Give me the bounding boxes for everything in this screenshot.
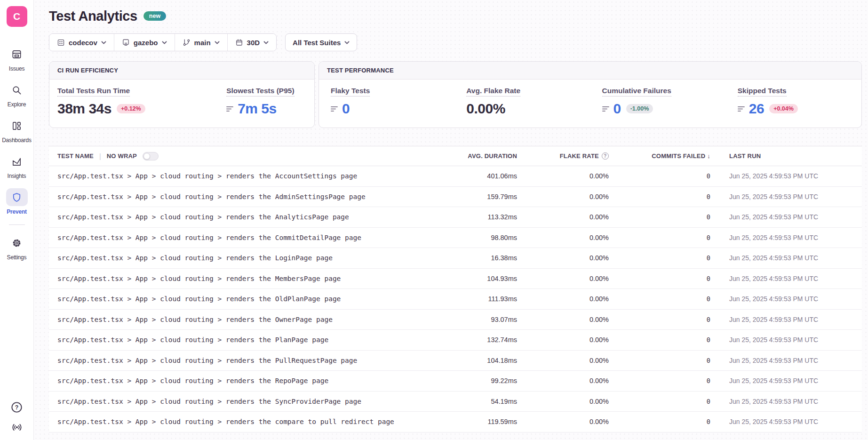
test-name-cell: src/App.test.tsx > App > cloud routing >…: [49, 357, 451, 364]
commits-failed-cell: 0: [623, 377, 725, 384]
flake-rate-cell: 0.00%: [531, 172, 623, 180]
stat-value-row: 26 +0.04%: [738, 101, 861, 117]
flake-rate-cell: 0.00%: [531, 316, 623, 323]
commits-failed-cell: 0: [623, 234, 725, 241]
table-body: src/App.test.tsx > App > cloud routing >…: [49, 166, 862, 432]
sidebar-item-label: Explore: [8, 101, 26, 108]
calendar-icon: [235, 39, 243, 47]
branch-filter-label: main: [194, 39, 211, 47]
table-row: src/App.test.tsx > App > cloud routing >…: [49, 412, 862, 432]
filter-funnel-icon: [602, 106, 609, 112]
info-icon[interactable]: ?: [602, 152, 609, 160]
sidebar-item-label: Insights: [8, 173, 26, 179]
sidebar-item-prevent[interactable]: Prevent: [0, 184, 33, 220]
column-header-avg-duration[interactable]: AVG. DURATION: [451, 152, 531, 160]
org-filter[interactable]: codecov: [49, 34, 114, 51]
stat-label[interactable]: Cumulative Failures: [602, 87, 671, 96]
column-header-flake-rate[interactable]: FLAKE RATE ?: [531, 152, 623, 160]
stat-slowest-tests: Slowest Tests (P95) 7m 5s: [191, 87, 314, 117]
last-run-cell: Jun 25, 2025 4:59:53 PM UTC: [725, 193, 862, 200]
table-row: src/App.test.tsx > App > cloud routing >…: [49, 371, 862, 392]
sidebar-item-insights[interactable]: Insights: [0, 148, 33, 184]
column-header-commits-failed[interactable]: COMMITS FAILED ↓: [623, 152, 725, 160]
avg-duration-cell: 113.32ms: [451, 213, 531, 221]
date-range-label: 30D: [247, 39, 260, 47]
test-name-cell: src/App.test.tsx > App > cloud routing >…: [49, 377, 451, 384]
table-row: src/App.test.tsx > App > cloud routing >…: [49, 166, 862, 187]
avg-duration-cell: 104.18ms: [451, 357, 531, 364]
avg-duration-cell: 16.38ms: [451, 254, 531, 262]
repo-icon: [122, 39, 130, 47]
flake-rate-cell: 0.00%: [531, 418, 623, 425]
stat-label[interactable]: Skipped Tests: [738, 87, 787, 96]
commits-failed-cell: 0: [623, 336, 725, 344]
new-badge: new: [143, 11, 166, 21]
commits-failed-cell: 0: [623, 193, 725, 200]
test-name-cell: src/App.test.tsx > App > cloud routing >…: [49, 418, 451, 425]
delta-badge: +0.12%: [117, 104, 145, 114]
table-row: src/App.test.tsx > App > cloud routing >…: [49, 269, 862, 289]
commits-failed-label: COMMITS FAILED: [652, 152, 705, 160]
org-filter-label: codecov: [69, 39, 97, 47]
commits-failed-cell: 0: [623, 172, 725, 180]
card-title: CI RUN EFFICIENCY: [49, 62, 314, 80]
test-name-cell: src/App.test.tsx > App > cloud routing >…: [49, 213, 451, 221]
stat-avg-flake-rate: Avg. Flake Rate 0.00%: [454, 87, 590, 117]
sidebar-item-explore[interactable]: Explore: [0, 77, 33, 112]
page-title: Test Analytics: [49, 8, 137, 24]
test-name-label: TEST NAME: [57, 152, 94, 160]
stat-flaky-tests: Flaky Tests 0: [319, 87, 454, 117]
sidebar-item-label: Issues: [9, 65, 24, 72]
chevron-down-icon: [344, 41, 350, 44]
test-name-cell: src/App.test.tsx > App > cloud routing >…: [49, 275, 451, 282]
commits-failed-cell: 0: [623, 357, 725, 364]
stat-value-row: 0.00%: [466, 101, 590, 117]
sidebar-item-settings[interactable]: Settings: [0, 230, 33, 265]
table-row: src/App.test.tsx > App > cloud routing >…: [49, 351, 862, 371]
stat-value: 38m 34s: [57, 101, 111, 117]
last-run-cell: Jun 25, 2025 4:59:53 PM UTC: [725, 377, 862, 384]
broadcast-icon[interactable]: [11, 421, 23, 433]
branch-filter[interactable]: main: [175, 34, 227, 51]
flake-rate-cell: 0.00%: [531, 234, 623, 241]
chevron-down-icon: [101, 41, 106, 44]
flake-rate-cell: 0.00%: [531, 295, 623, 303]
sidebar-item-label: Settings: [7, 254, 27, 261]
sidebar-item-dashboards[interactable]: Dashboards: [0, 112, 33, 148]
stat-label[interactable]: Slowest Tests (P95): [226, 87, 294, 96]
filter-bar: codecov gazebo main 30D All Test Suites: [49, 33, 862, 51]
commits-failed-cell: 0: [623, 316, 725, 323]
column-header-last-run[interactable]: LAST RUN: [725, 152, 862, 160]
help-icon[interactable]: ?: [10, 401, 23, 414]
stat-label[interactable]: Flaky Tests: [331, 87, 370, 96]
stat-label[interactable]: Avg. Flake Rate: [466, 87, 520, 96]
repo-filter[interactable]: gazebo: [114, 34, 175, 51]
avg-duration-cell: 99.22ms: [451, 377, 531, 384]
delta-badge: +0.04%: [769, 104, 798, 114]
delta-badge: -1.00%: [626, 104, 653, 114]
test-performance-card: TEST PERFORMANCE Flaky Tests 0 Avg. Flak…: [319, 61, 862, 128]
commits-failed-cell: 0: [623, 275, 725, 282]
filter-funnel-icon: [738, 106, 745, 112]
filter-funnel-icon: [331, 106, 338, 112]
last-run-cell: Jun 25, 2025 4:59:53 PM UTC: [725, 213, 862, 221]
test-suites-filter[interactable]: All Test Suites: [285, 33, 357, 51]
git-branch-icon: [183, 39, 191, 47]
last-run-cell: Jun 25, 2025 4:59:53 PM UTC: [725, 357, 862, 364]
main-content: Test Analytics new codecov gazebo main: [34, 0, 868, 440]
test-name-cell: src/App.test.tsx > App > cloud routing >…: [49, 316, 451, 323]
flake-rate-cell: 0.00%: [531, 254, 623, 262]
stat-total-tests-run-time: Total Tests Run Time 38m 34s +0.12%: [49, 87, 191, 117]
date-range-filter[interactable]: 30D: [227, 34, 277, 51]
flake-rate-label: FLAKE RATE: [560, 152, 599, 160]
no-wrap-toggle[interactable]: [143, 152, 159, 160]
table-row: src/App.test.tsx > App > cloud routing >…: [49, 330, 862, 351]
sidebar: C Issues Explore Dashboards Insights: [0, 0, 34, 440]
last-run-cell: Jun 25, 2025 4:59:53 PM UTC: [725, 316, 862, 323]
last-run-cell: Jun 25, 2025 4:59:53 PM UTC: [725, 336, 862, 344]
sidebar-item-issues[interactable]: Issues: [0, 41, 33, 77]
codecov-logo[interactable]: C: [7, 6, 27, 27]
filter-funnel-icon: [226, 106, 233, 112]
stat-label[interactable]: Total Tests Run Time: [57, 87, 130, 96]
org-icon: [57, 39, 65, 47]
